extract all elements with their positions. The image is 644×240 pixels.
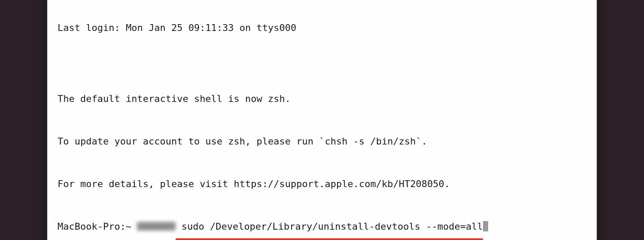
redacted-user-inline (137, 222, 176, 231)
cursor (483, 221, 488, 231)
highlight-underline (176, 238, 483, 240)
command-text: sudo /Developer/Library/uninstall-devtoo… (176, 221, 483, 232)
shell-notice-1: The default interactive shell is now zsh… (58, 92, 586, 106)
terminal-body[interactable]: Last login: Mon Jan 25 09:11:33 on ttys0… (47, 0, 597, 240)
prompt-prefix: MacBook-Pro:~ (58, 221, 137, 232)
last-login-line: Last login: Mon Jan 25 09:11:33 on ttys0… (58, 21, 586, 35)
shell-notice-2: To update your account to use zsh, pleas… (58, 134, 586, 148)
command-wrap: sudo /Developer/Library/uninstall-devtoo… (176, 221, 483, 232)
terminal-window: — -bash — 80×24 Last login: Mon Jan 25 0… (47, 0, 597, 240)
prompt-line: MacBook-Pro:~ sudo /Developer/Library/un… (58, 219, 586, 234)
shell-notice-3: For more details, please visit https://s… (58, 177, 586, 191)
